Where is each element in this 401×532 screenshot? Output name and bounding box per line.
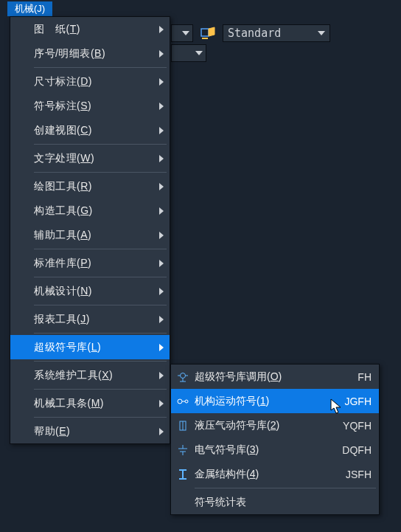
menu-item[interactable]: 文字处理(W) (10, 146, 170, 170)
menu-separator (34, 305, 167, 305)
submenu-arrow-icon (158, 372, 165, 379)
menu-gutter (10, 363, 34, 387)
submenu-gutter (171, 490, 195, 514)
toolbar-row-2 (171, 44, 206, 62)
menu-item-label: 超级符号库(L) (34, 341, 158, 354)
svg-rect-0 (201, 29, 209, 36)
menu-item-label: 符号标注(S) (34, 100, 158, 113)
submenu-item-shortcut: JGFH (344, 395, 372, 407)
menu-item-label: 辅助工具(A) (34, 229, 158, 242)
menu-separator (34, 172, 167, 173)
submenu-arrow-icon (158, 127, 165, 134)
submenu-arrow-icon (158, 78, 165, 86)
submenu-item-label: 超级符号库调用(O) (195, 370, 352, 384)
layer-icon (200, 26, 216, 41)
submenu-item-label: 液压气动符号库(2) (195, 419, 337, 432)
submenu-item-shortcut: DQFH (342, 444, 372, 456)
chevron-down-icon (182, 31, 189, 35)
submenu-item-shortcut: FH (358, 371, 372, 383)
menu-gutter (10, 17, 34, 41)
toolbar-dropdown-2[interactable] (171, 44, 206, 62)
hydraulic-icon (171, 413, 195, 438)
menubar-item-mechanical[interactable]: 机械(J) (7, 1, 52, 16)
menu-gutter (10, 69, 34, 94)
menu-separator (195, 488, 376, 488)
menu-item[interactable]: 绘图工具(R) (10, 174, 170, 198)
style-dropdown-label: Standard (228, 27, 281, 40)
menu-item-label: 机械工具条(M) (34, 397, 158, 410)
sub-menu: 超级符号库调用(O)FH机构运动符号(1)JGFH液压气动符号库(2)YQFH电… (170, 364, 380, 515)
chevron-down-icon (195, 51, 203, 55)
menu-item[interactable]: 系统维护工具(X) (10, 363, 170, 387)
menu-item[interactable]: 符号标注(S) (10, 94, 170, 118)
menu-item[interactable]: 尺寸标注(D) (10, 69, 170, 94)
menu-gutter (10, 118, 34, 142)
menu-item[interactable]: 报表工具(J) (10, 307, 170, 331)
menu-item[interactable]: 机械设计(N) (10, 279, 170, 303)
submenu-arrow-icon (158, 155, 165, 162)
menu-item-label: 图 纸(T) (34, 23, 158, 36)
main-menu: 图 纸(T)序号/明细表(B)尺寸标注(D)符号标注(S)创建视图(C)文字处理… (10, 16, 170, 444)
menu-item-label: 构造工具(G) (34, 204, 158, 218)
submenu-item-label: 电气符号库(3) (195, 443, 336, 457)
submenu-item[interactable]: 符号统计表 (171, 490, 379, 514)
menu-item[interactable]: 辅助工具(A) (10, 223, 170, 247)
submenu-item-shortcut: JSFH (346, 469, 372, 480)
submenu-arrow-icon (158, 400, 165, 407)
submenu-item-shortcut: YQFH (343, 420, 372, 432)
submenu-arrow-icon (158, 316, 165, 323)
menu-gutter (10, 41, 34, 66)
toolbar-dropdown-1[interactable] (171, 24, 193, 42)
menu-separator (34, 361, 167, 362)
electrical-icon (171, 438, 195, 462)
submenu-arrow-icon (158, 288, 165, 295)
svg-point-8 (185, 400, 188, 403)
menu-item[interactable]: 机械工具条(M) (10, 391, 170, 415)
menu-gutter (10, 251, 34, 275)
submenu-item[interactable]: 液压气动符号库(2)YQFH (171, 413, 379, 438)
submenu-arrow-icon (158, 183, 165, 190)
menu-item[interactable]: 帮助(E) (10, 419, 170, 443)
menu-item-label: 尺寸标注(D) (34, 75, 158, 89)
menu-item-label: 系统维护工具(X) (34, 369, 158, 382)
layer-tool-button[interactable] (198, 24, 218, 42)
submenu-item[interactable]: 电气符号库(3)DQFH (171, 438, 379, 462)
menu-item-label: 绘图工具(R) (34, 180, 158, 193)
submenu-arrow-icon (158, 344, 165, 351)
submenu-item[interactable]: 机构运动符号(1)JGFH (171, 389, 379, 413)
submenu-arrow-icon (158, 232, 165, 239)
menu-gutter (10, 146, 34, 170)
menu-gutter (10, 391, 34, 415)
submenu-arrow-icon (158, 50, 165, 58)
menu-item-label: 机械设计(N) (34, 285, 158, 298)
toolbar-row-1: Standard (171, 24, 330, 42)
menu-item[interactable]: 超级符号库(L) (10, 335, 170, 359)
menu-separator (34, 144, 167, 145)
menu-item[interactable]: 创建视图(C) (10, 118, 170, 142)
submenu-arrow-icon (158, 428, 165, 435)
menu-item[interactable]: 构造工具(G) (10, 198, 170, 223)
menu-separator (34, 67, 167, 68)
menu-gutter (10, 223, 34, 247)
submenu-arrow-icon (158, 260, 165, 267)
submenu-item-label: 机构运动符号(1) (195, 395, 338, 408)
menu-separator (34, 389, 167, 390)
submenu-item-label: 金属结构件(4) (195, 468, 340, 481)
menubar: 机械(J) (7, 1, 52, 16)
menu-item[interactable]: 序号/明细表(B) (10, 41, 170, 66)
menu-separator (34, 333, 167, 334)
menu-item-label: 报表工具(J) (34, 313, 158, 326)
submenu-item[interactable]: 金属结构件(4)JSFH (171, 462, 379, 486)
menu-gutter (10, 198, 34, 223)
svg-point-2 (181, 373, 186, 378)
menu-item-label: 序号/明细表(B) (34, 47, 158, 61)
submenu-item[interactable]: 超级符号库调用(O)FH (171, 365, 379, 389)
structure-icon (171, 462, 195, 486)
menu-item-label: 帮助(E) (34, 425, 158, 438)
style-dropdown[interactable]: Standard (223, 24, 330, 42)
menu-item[interactable]: 标准件库(P) (10, 251, 170, 275)
menu-item[interactable]: 图 纸(T) (10, 17, 170, 41)
mechanism-icon (171, 389, 195, 413)
menu-separator (34, 249, 167, 249)
menu-separator (34, 277, 167, 277)
